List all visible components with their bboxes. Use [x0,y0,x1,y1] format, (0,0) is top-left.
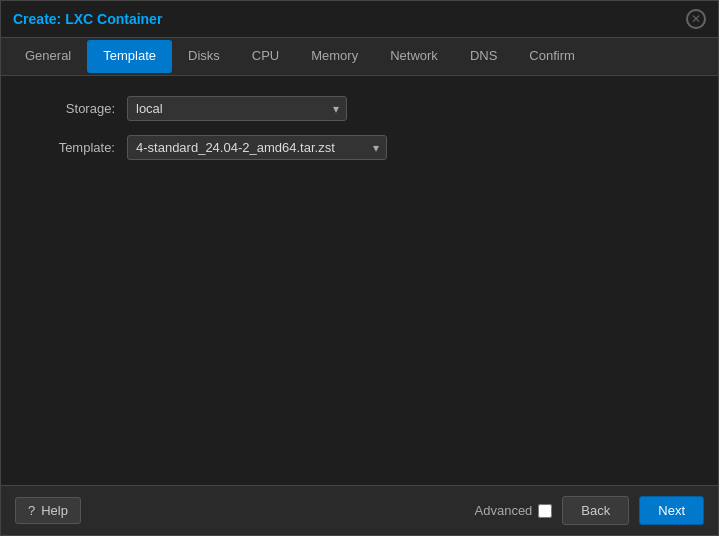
template-row: Template: 4-standard_24.04-2_amd64.tar.z… [17,135,702,160]
title-bar: Create: LXC Container ✕ [1,1,718,38]
back-button[interactable]: Back [562,496,629,525]
next-button[interactable]: Next [639,496,704,525]
tab-general[interactable]: General [9,40,87,73]
tab-dns[interactable]: DNS [454,40,513,73]
tab-bar: General Template Disks CPU Memory Networ… [1,38,718,76]
help-button[interactable]: ? Help [15,497,81,524]
advanced-text: Advanced [475,503,533,518]
footer: ? Help Advanced Back Next [1,485,718,535]
dialog-title: Create: LXC Container [13,11,162,27]
tab-template[interactable]: Template [87,40,172,73]
template-label: Template: [17,140,127,155]
tab-cpu[interactable]: CPU [236,40,295,73]
tab-memory[interactable]: Memory [295,40,374,73]
storage-row: Storage: local [17,96,702,121]
advanced-label: Advanced [475,503,553,518]
footer-right: Advanced Back Next [475,496,704,525]
template-select[interactable]: 4-standard_24.04-2_amd64.tar.zst [127,135,387,160]
content-area: Storage: local Template: 4-standard_24.0… [1,76,718,485]
storage-select-wrapper: local [127,96,347,121]
tab-disks[interactable]: Disks [172,40,236,73]
template-select-wrapper: 4-standard_24.04-2_amd64.tar.zst [127,135,387,160]
help-icon: ? [28,503,35,518]
close-button[interactable]: ✕ [686,9,706,29]
create-lxc-dialog: Create: LXC Container ✕ General Template… [0,0,719,536]
help-label: Help [41,503,68,518]
advanced-checkbox[interactable] [538,504,552,518]
tab-network[interactable]: Network [374,40,454,73]
tab-confirm[interactable]: Confirm [513,40,591,73]
storage-select[interactable]: local [127,96,347,121]
storage-label: Storage: [17,101,127,116]
